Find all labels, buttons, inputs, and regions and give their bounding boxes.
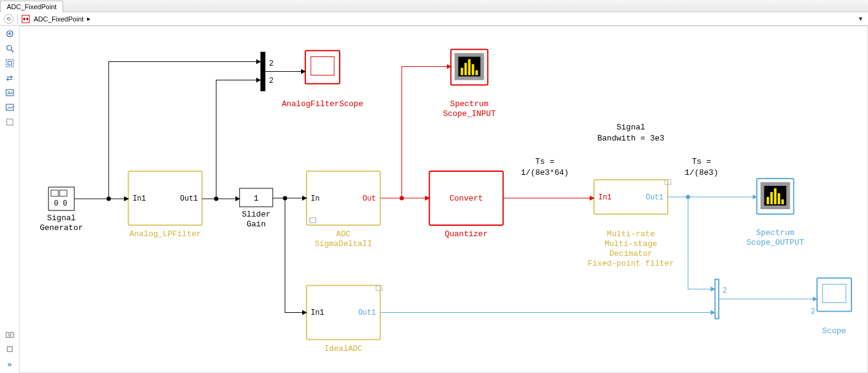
slider-val: 1 [254,194,259,203]
ideal-adc-block[interactable]: In1 Out1 IdealADC [306,285,382,353]
scope-block[interactable]: Scope [817,278,851,336]
dec-l1: Multi-rate [607,229,655,239]
svg-rect-31 [465,63,467,75]
tab-label: ADC_FixedPoint [7,3,56,10]
svg-rect-34 [476,71,478,75]
siggen-name2: Generator [40,223,83,233]
svg-rect-42 [771,192,773,204]
afscope-name: AnalogFilterScope [282,99,364,109]
slider-name2: Gain [246,220,265,229]
breadcrumb: ⟲ ADC_FixedPoint ▸ ▼ [0,12,868,26]
quant-face: Convert [449,194,483,203]
svg-rect-8 [6,60,13,67]
fit-view-icon[interactable] [4,28,15,39]
sidebar: ⇄ A≡ » [0,26,20,373]
diagram: 0 0 Signal Generator In1 Out1 Analog_LPF… [20,26,867,372]
siggen-name1: Signal [47,213,76,223]
svg-rect-50 [823,284,846,302]
svg-rect-0 [22,15,29,23]
separator [17,14,18,24]
swap-icon[interactable]: ⇄ [4,72,15,83]
canvas[interactable]: 0 0 Signal Generator In1 Out1 Analog_LPF… [20,26,868,373]
model-icon [21,15,30,23]
fit-select-icon[interactable] [4,58,15,69]
mux-p2: 2 [269,77,273,85]
svg-point-6 [7,45,12,50]
decimator-block[interactable]: In1 Out1 Multi-rate Multi-stage Decimato… [588,180,674,268]
adc-out: Out [363,194,376,203]
dec-l4: Fixed-point filter [588,259,674,268]
analog-filter-scope-block[interactable]: AnalogFilterScope [282,50,364,108]
ann-ts2a: Ts = [692,157,711,166]
quantizer-block[interactable]: Convert Quantizer [429,171,503,239]
svg-rect-22 [261,52,265,91]
svg-rect-48 [715,279,718,318]
breadcrumb-arrow: ▸ [87,15,91,23]
breadcrumb-model[interactable]: ADC_FixedPoint [34,15,83,23]
svg-line-7 [11,50,13,52]
model-tab[interactable]: ADC_FixedPoint [0,1,63,12]
svg-rect-45 [782,199,784,204]
svg-rect-32 [468,60,471,75]
signal-generator-block[interactable]: 0 0 Signal Generator [40,187,83,233]
zoom-icon[interactable] [4,43,15,54]
dec-l2: Multi-stage [604,239,657,248]
stop-icon[interactable] [4,344,15,355]
expand-icon[interactable]: » [4,358,15,369]
scope-name: Scope [822,326,846,336]
svg-rect-24 [311,56,334,75]
ann-ts1a: Ts = [535,157,554,166]
spin-l1: Spectrum [450,99,489,109]
tab-bar: ADC_FixedPoint [0,0,868,12]
dec-in: In1 [598,193,612,202]
svg-rect-2 [26,18,28,20]
slider-name1: Slider [242,210,270,219]
mux-p1: 2 [269,60,273,68]
svg-rect-1 [23,18,25,20]
breadcrumb-dropdown[interactable]: ▼ [857,12,864,26]
dec-out: Out1 [645,193,663,202]
ann-ts2b: 1/(8e3) [685,168,718,177]
image-icon[interactable] [4,102,15,113]
adc-name2: SigmaDeltaII [314,239,372,248]
adc-name: ADC [336,229,351,239]
iadc-out: Out1 [358,309,376,317]
spectrum-output-block[interactable]: Spectrum Scope_OUTPUT [747,179,804,247]
lpf-in: In1 [132,194,146,203]
svg-rect-14 [6,333,13,337]
spout-l1: Spectrum [756,228,794,237]
svg-rect-13 [7,119,13,125]
svg-rect-43 [774,188,777,204]
mux2-p1: 2 [722,286,726,295]
svg-rect-30 [461,68,463,75]
back-button[interactable]: ⟲ [4,14,13,24]
spin-l2: Scope_INPUT [443,109,496,118]
svg-rect-33 [472,64,474,75]
spectrum-input-block[interactable]: Spectrum Scope_INPUT [443,49,496,118]
analog-lpfilter-block[interactable]: In1 Out1 Analog_LPFilter [128,171,202,239]
slider-gain-block[interactable]: 1 Slider Gain [240,188,273,229]
lpf-name: Analog_LPFilter [129,229,201,239]
siggen-face: 0 0 [54,199,67,208]
svg-point-15 [9,334,11,336]
screenshot-icon[interactable] [4,329,15,340]
svg-text:A≡: A≡ [7,90,13,96]
lpf-out: Out1 [180,194,198,203]
svg-rect-16 [7,347,12,352]
viewmark-icon[interactable] [4,117,15,128]
iadc-in: In1 [311,309,324,317]
iadc-name: IdealADC [324,344,363,353]
mux2-p2: 2 [811,307,815,316]
ann-sb2: Bandwith = 3e3 [597,134,664,143]
adc-block[interactable]: In Out ADC SigmaDeltaII [306,171,380,248]
spout-l2: Scope_OUTPUT [747,238,804,247]
svg-rect-9 [8,61,12,65]
annotation-icon[interactable]: A≡ [4,87,15,98]
dec-l3: Decimator [609,249,652,258]
adc-in: In [311,194,319,203]
main-area: ⇄ A≡ » 0 0 Signal Generator [0,26,868,373]
quant-name: Quantizer [444,229,487,239]
svg-rect-41 [767,197,769,204]
svg-rect-44 [778,193,780,204]
ann-sb1: Signal [617,123,645,132]
